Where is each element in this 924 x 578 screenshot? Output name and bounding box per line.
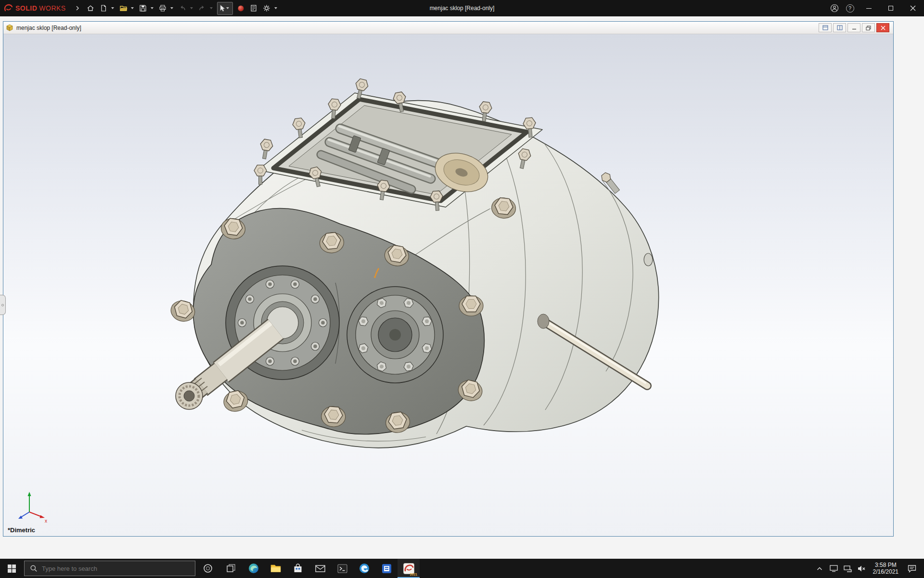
save-icon[interactable]	[137, 2, 149, 14]
start-button[interactable]	[0, 559, 23, 578]
tile-horizontal-button[interactable]	[819, 23, 832, 32]
search-input[interactable]	[42, 565, 190, 572]
triad-x-label: x	[45, 518, 47, 524]
action-center-button[interactable]	[903, 559, 921, 578]
minimize-icon	[866, 8, 872, 9]
titlebar-right-controls: ?	[827, 0, 924, 16]
solidworks-app: SOLIDWORKS	[0, 0, 924, 578]
titlebar-toolbar: SOLIDWORKS	[0, 0, 280, 16]
brand-solid: SOLID	[15, 4, 37, 12]
document-title: menjac sklop [Read-only]	[16, 25, 81, 31]
clock-time: 3:58 PM	[873, 562, 898, 568]
taskbar-app-edge-blue[interactable]	[353, 559, 375, 578]
options-dropdown-icon[interactable]	[274, 7, 277, 9]
help-icon[interactable]: ?	[842, 0, 858, 16]
file-report-icon[interactable]	[248, 2, 260, 14]
task-pane-flyout-handle[interactable]	[0, 295, 6, 315]
document-window: menjac sklop [Read-only]	[3, 21, 894, 537]
solidworks-logo[interactable]: SOLIDWORKS	[4, 4, 66, 13]
store-icon	[293, 563, 303, 574]
taskbar-app-solidworks[interactable]: 2021	[398, 559, 420, 578]
new-document-dropdown-icon[interactable]	[111, 7, 114, 9]
doc-close-icon	[881, 26, 886, 30]
new-document-icon[interactable]	[98, 2, 110, 14]
taskbar-app-store[interactable]	[287, 559, 309, 578]
print-dropdown-icon[interactable]	[170, 7, 173, 9]
ds-logo-icon	[4, 4, 13, 13]
mail-icon	[315, 563, 326, 574]
doc-minimize-button[interactable]	[847, 23, 860, 32]
close-button[interactable]	[902, 0, 924, 16]
action-center-icon	[908, 565, 916, 573]
task-view-icon	[227, 564, 235, 573]
undo-icon[interactable]	[177, 2, 189, 14]
maximize-icon	[888, 6, 893, 11]
maximize-button[interactable]	[880, 0, 902, 16]
network-tray-icon[interactable]	[841, 559, 855, 578]
graphics-viewport[interactable]: x *Dimetric	[3, 34, 893, 536]
triad-y-arrow	[28, 492, 31, 496]
taskbar-search[interactable]	[24, 561, 195, 576]
redo-icon[interactable]	[196, 2, 208, 14]
cortana-button[interactable]	[196, 559, 219, 578]
doc-restore-button[interactable]	[862, 23, 875, 32]
assembly-icon	[6, 24, 13, 32]
windows-logo-icon	[8, 565, 16, 573]
hidden-icons-chevron-icon[interactable]	[813, 559, 827, 578]
display-tray-icon[interactable]	[827, 559, 841, 578]
file-explorer-icon	[270, 563, 282, 574]
home-icon[interactable]	[85, 2, 97, 14]
flyout-dot-icon	[1, 304, 4, 306]
cortana-icon	[203, 564, 213, 573]
print-icon[interactable]	[157, 2, 169, 14]
taskbar-clock[interactable]: 3:58 PM 2/16/2021	[869, 562, 903, 575]
doc-close-button[interactable]	[876, 23, 889, 32]
taskbar-app-mail[interactable]	[309, 559, 331, 578]
document-window-controls	[819, 23, 891, 32]
undo-dropdown-icon[interactable]	[190, 7, 193, 9]
task-view-button[interactable]	[219, 559, 243, 578]
toolbar-expand-chevron-icon[interactable]	[72, 2, 84, 14]
select-arrow-icon	[218, 4, 226, 12]
app-titlebar: SOLIDWORKS	[0, 0, 924, 16]
options-gear-icon[interactable]	[261, 2, 273, 14]
close-icon	[910, 5, 916, 11]
document-titlebar: menjac sklop [Read-only]	[3, 22, 893, 34]
blue-app-icon	[381, 563, 392, 574]
taskbar-app-edge[interactable]	[243, 559, 265, 578]
minimize-button[interactable]	[858, 0, 880, 16]
tile-vertical-button[interactable]	[833, 23, 846, 32]
windows-taskbar: 2021 3:58 PM 2/16/2021	[0, 559, 924, 578]
taskbar-app-file-explorer[interactable]	[265, 559, 287, 578]
redo-dropdown-icon[interactable]	[210, 7, 213, 9]
open-dropdown-icon[interactable]	[131, 7, 134, 9]
select-tool-button[interactable]	[217, 2, 233, 15]
system-tray: 3:58 PM 2/16/2021	[813, 559, 924, 578]
render-sphere-icon[interactable]	[235, 2, 247, 14]
open-icon[interactable]	[117, 2, 129, 14]
edge-icon	[248, 563, 259, 574]
client-area: menjac sklop [Read-only]	[0, 16, 924, 559]
edge-blue-icon	[359, 563, 370, 574]
gearbox-model	[3, 34, 893, 536]
orientation-triad[interactable]: x	[14, 488, 50, 524]
console-icon	[337, 563, 348, 574]
clock-date: 2/16/2021	[873, 568, 898, 575]
taskbar-app-blue[interactable]	[375, 559, 398, 578]
taskbar-app-console[interactable]	[331, 559, 353, 578]
brand-works: WORKS	[39, 4, 65, 12]
search-icon	[30, 565, 38, 572]
view-orientation-label: *Dimetric	[8, 526, 35, 534]
volume-muted-icon[interactable]	[855, 559, 869, 578]
save-dropdown-icon[interactable]	[151, 7, 154, 9]
solidworks-version-badge: 2021	[410, 573, 417, 576]
triad-x-arrow	[40, 515, 45, 518]
account-icon[interactable]	[827, 0, 842, 16]
select-tool-dropdown-icon[interactable]	[226, 7, 229, 9]
